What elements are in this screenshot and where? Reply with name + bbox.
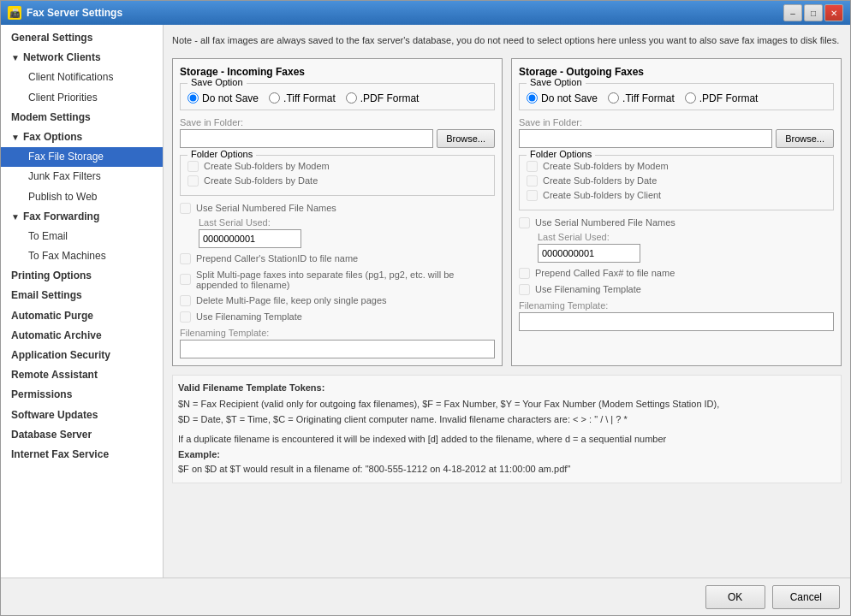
outgoing-folder-options-group: Folder Options Create Sub-folders by Mod…	[519, 155, 834, 210]
outgoing-use-filename-template[interactable]: Use Filenaming Template	[519, 284, 834, 295]
sidebar-item-junk-fax-filters[interactable]: Junk Fax Filters	[1, 167, 163, 187]
incoming-save-option-group: Save Option Do not Save .Tiff Format	[180, 83, 495, 110]
ok-button[interactable]: OK	[705, 585, 765, 609]
outgoing-last-serial-label: Last Serial Used:	[538, 232, 834, 242]
incoming-save-option-label: Save Option	[187, 77, 247, 87]
sidebar-item-client-priorities[interactable]: Client Priorities	[1, 88, 163, 108]
outgoing-save-option-label: Save Option	[527, 77, 586, 87]
title-bar-buttons: – □ ✕	[783, 4, 843, 21]
incoming-radio-group: Do not Save .Tiff Format .PDF Format	[187, 89, 487, 104]
sidebar-item-application-security[interactable]: Application Security	[1, 346, 163, 365]
sidebar-item-to-email[interactable]: To Email	[1, 227, 163, 246]
sidebar-item-software-updates[interactable]: Software Updates	[1, 406, 163, 425]
incoming-use-filename-template[interactable]: Use Filenaming Template	[180, 311, 495, 323]
tokens-title: Valid Filename Template Tokens:	[178, 381, 836, 396]
incoming-folder-options-group: Folder Options Create Sub-folders by Mod…	[180, 155, 495, 196]
sidebar-item-general-settings[interactable]: General Settings	[1, 28, 163, 48]
sidebar-item-network-clients[interactable]: ▼Network Clients	[1, 48, 163, 68]
outgoing-template-label: Filenaming Template:	[519, 300, 834, 311]
sidebar-item-database-server[interactable]: Database Server	[1, 425, 163, 445]
sidebar-item-automatic-archive[interactable]: Automatic Archive	[1, 326, 163, 346]
outgoing-radio-tiff[interactable]: .Tiff Format	[608, 92, 675, 104]
sidebar-item-publish-to-web[interactable]: Publish to Web	[1, 187, 163, 207]
outgoing-folder-label: Save in Folder:	[519, 117, 834, 127]
sidebar-item-remote-assistant[interactable]: Remote Assistant	[1, 365, 163, 385]
outgoing-panel-title: Storage - Outgoing Faxes	[519, 66, 834, 78]
outgoing-save-option-group: Save Option Do not Save .Tiff Format	[519, 83, 834, 110]
incoming-radio-pdf[interactable]: .PDF Format	[346, 92, 420, 104]
outgoing-browse-button[interactable]: Browse...	[776, 129, 834, 148]
incoming-folder-input[interactable]	[180, 129, 433, 148]
outgoing-folder-options-label: Folder Options	[527, 149, 595, 159]
sidebar: General Settings ▼Network Clients Client…	[1, 25, 164, 578]
incoming-browse-button[interactable]: Browse...	[437, 129, 495, 148]
storage-panels: Storage - Incoming Faxes Save Option Do …	[172, 58, 842, 366]
incoming-create-sub-date[interactable]: Create Sub-folders by Date	[187, 175, 487, 187]
note-text: Note - all fax images are always saved t…	[172, 33, 842, 48]
incoming-split-multi[interactable]: Split Multi-page faxes into separate fil…	[180, 270, 495, 290]
tokens-line4: If a duplicate filename is encountered i…	[178, 432, 836, 447]
outgoing-folder-input-row: Browse...	[519, 129, 834, 148]
minimize-button[interactable]: –	[783, 4, 802, 21]
incoming-last-serial-label: Last Serial Used:	[199, 217, 495, 228]
maximize-button[interactable]: □	[804, 4, 823, 21]
main-content: General Settings ▼Network Clients Client…	[1, 25, 850, 578]
incoming-template-label: Filenaming Template:	[180, 328, 495, 338]
sidebar-item-fax-options[interactable]: ▼Fax Options	[1, 127, 163, 147]
outgoing-create-sub-client[interactable]: Create Sub-folders by Client	[527, 190, 826, 201]
bottom-bar: OK Cancel	[1, 578, 850, 615]
incoming-create-sub-modem[interactable]: Create Sub-folders by Modem	[187, 161, 487, 172]
window-title: Fax Server Settings	[27, 7, 783, 19]
cancel-button[interactable]: Cancel	[772, 585, 840, 609]
outgoing-folder-input[interactable]	[519, 129, 772, 148]
incoming-last-serial-input[interactable]	[199, 229, 301, 248]
incoming-radio-do-not-save[interactable]: Do not Save	[187, 92, 259, 104]
outgoing-prepend-called[interactable]: Prepend Called Fax# to file name	[519, 268, 834, 279]
incoming-use-serial[interactable]: Use Serial Numbered File Names	[180, 203, 495, 214]
incoming-radio-tiff[interactable]: .Tiff Format	[269, 92, 336, 104]
content-area: Note - all fax images are always saved t…	[164, 25, 850, 578]
sidebar-item-permissions[interactable]: Permissions	[1, 385, 163, 405]
sidebar-item-fax-forwarding[interactable]: ▼Fax Forwarding	[1, 207, 163, 227]
outgoing-radio-pdf[interactable]: .PDF Format	[685, 92, 759, 104]
outgoing-radio-group: Do not Save .Tiff Format .PDF Format	[527, 89, 826, 104]
outgoing-filename-template-section: Use Filenaming Template Filenaming Templ…	[519, 284, 834, 331]
outgoing-serial-sub: Last Serial Used:	[519, 232, 834, 263]
incoming-panel-title: Storage - Incoming Faxes	[180, 66, 495, 78]
outgoing-last-serial-input[interactable]	[538, 244, 640, 263]
incoming-folder-input-row: Browse...	[180, 129, 495, 148]
tokens-line5: Example:	[178, 447, 836, 463]
sidebar-item-internet-fax-service[interactable]: Internet Fax Service	[1, 445, 163, 465]
sidebar-item-printing-options[interactable]: Printing Options	[1, 266, 163, 286]
incoming-delete-multi[interactable]: Delete Multi-Page file, keep only single…	[180, 295, 495, 306]
outgoing-template-input[interactable]	[519, 312, 834, 331]
incoming-folder-options-label: Folder Options	[187, 149, 256, 159]
tokens-line6: $F on $D at $T would result in a filenam…	[178, 462, 836, 477]
outgoing-create-sub-modem[interactable]: Create Sub-folders by Modem	[527, 161, 826, 172]
outgoing-use-serial[interactable]: Use Serial Numbered File Names	[519, 217, 834, 228]
incoming-serial-section: Use Serial Numbered File Names Last Seri…	[180, 203, 495, 248]
sidebar-item-to-fax-machines[interactable]: To Fax Machines	[1, 246, 163, 266]
outgoing-create-sub-date[interactable]: Create Sub-folders by Date	[527, 175, 826, 187]
sidebar-item-modem-settings[interactable]: Modem Settings	[1, 108, 163, 127]
outgoing-radio-do-not-save[interactable]: Do not Save	[527, 92, 598, 104]
incoming-serial-sub: Last Serial Used:	[180, 217, 495, 248]
sidebar-item-client-notifications[interactable]: Client Notifications	[1, 68, 163, 87]
tokens-line1: $N = Fax Recipient (valid only for outgo…	[178, 397, 836, 412]
incoming-template-input[interactable]	[180, 340, 495, 358]
incoming-faxes-panel: Storage - Incoming Faxes Save Option Do …	[172, 58, 503, 366]
title-bar: 📠 Fax Server Settings – □ ✕	[1, 1, 850, 25]
close-button[interactable]: ✕	[824, 4, 843, 21]
tokens-line2: $D = Date, $T = Time, $C = Originating c…	[178, 412, 836, 428]
outgoing-folder-section: Save in Folder: Browse...	[519, 117, 834, 148]
sidebar-item-email-settings[interactable]: Email Settings	[1, 286, 163, 305]
incoming-folder-section: Save in Folder: Browse...	[180, 117, 495, 148]
incoming-prepend-caller[interactable]: Prepend Caller's StationID to file name	[180, 253, 495, 264]
fax-server-settings-window: 📠 Fax Server Settings – □ ✕ General Sett…	[0, 0, 851, 616]
outgoing-serial-section: Use Serial Numbered File Names Last Seri…	[519, 217, 834, 263]
sidebar-item-fax-file-storage[interactable]: Fax File Storage	[1, 147, 163, 167]
sidebar-item-automatic-purge[interactable]: Automatic Purge	[1, 306, 163, 326]
tokens-section: Valid Filename Template Tokens: $N = Fax…	[172, 375, 842, 484]
outgoing-faxes-panel: Storage - Outgoing Faxes Save Option Do …	[511, 58, 842, 366]
incoming-folder-label: Save in Folder:	[180, 117, 495, 127]
